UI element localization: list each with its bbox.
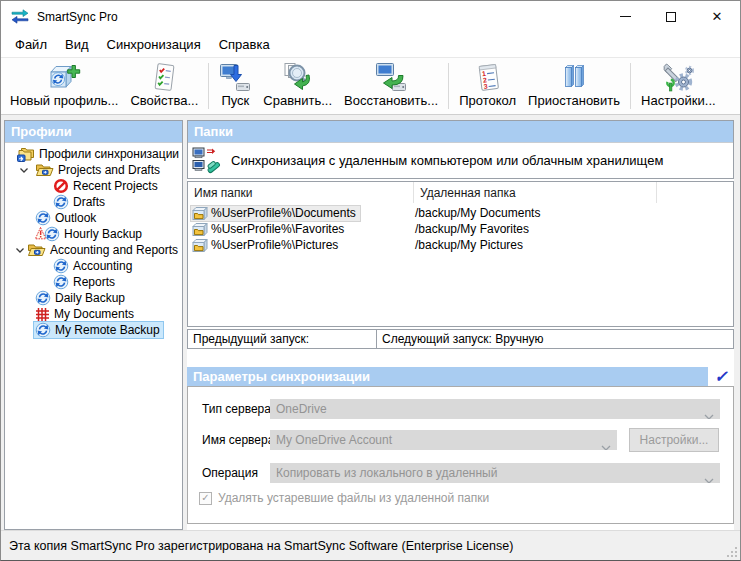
folders-table: Имя папки Удаленная папка %UserProfile%\… [187,181,734,327]
column-header-remote-folder[interactable]: Удаленная папка [414,182,657,203]
check-icon: ✓ [708,367,734,386]
folders-panel: Папки [187,120,734,530]
tree-item-label: Daily Backup [55,291,125,305]
menu-item-sync[interactable]: Синхронизация [98,33,210,56]
chevron-down-icon [704,406,714,419]
tree-item-label: Accounting and Reports [50,243,178,257]
toolbar-button-restore[interactable]: Восстановить... [338,60,444,114]
tree-item-drafts[interactable]: Drafts [5,194,182,210]
menu-item-view[interactable]: Вид [56,33,98,56]
toolbar-button-label: Новый профиль... [10,93,118,108]
tree-item-accounting[interactable]: Accounting [5,258,182,274]
server-name-select[interactable]: My OneDrive Account [270,430,617,450]
tree-item-hourly-backup[interactable]: Hourly Backup [5,226,182,242]
local-folder-content: %UserProfile%\Documents [190,205,361,222]
close-button[interactable]: ✕ [694,1,740,32]
toolbar-button-pause[interactable]: Приостановить [522,60,626,114]
menu-item-file[interactable]: Файл [6,33,56,56]
minimize-icon [620,16,631,17]
settings-icon [662,61,694,93]
tree-item-label: My Documents [54,307,134,321]
tree-item-profiles-root[interactable]: Профили синхронизации [5,146,182,162]
folder-pair-icon [192,222,208,237]
tree-item-daily-backup[interactable]: Daily Backup [5,290,182,306]
toolbar-button-label: Сравнить... [263,93,332,108]
sync-params-panel: Тип сервера OneDrive Имя сервера My OneD… [187,386,734,524]
toolbar-button-log[interactable]: 123Протокол [453,60,522,114]
tree-node: Daily Backup [33,289,129,307]
tree-item-outlook[interactable]: Outlook [5,210,182,226]
tree-node: My Remote Backup [33,321,164,339]
operation-value: Копировать из локального в удаленный [276,466,497,480]
folder-pair-row[interactable]: %UserProfile%\Favorites/backup/My Favori… [188,221,733,237]
sync-params-header-label: Параметры синхронизации [187,367,708,386]
expand-chevron-icon[interactable] [15,245,25,255]
toolbar-button-settings[interactable]: Настройки... [635,60,722,114]
toolbar-separator [448,63,449,109]
properties-icon [148,61,180,93]
toolbar-group: 123ПротоколПриостановить [453,60,626,114]
tree-item-recent-projects[interactable]: Recent Projects [5,178,182,194]
server-type-select[interactable]: OneDrive [270,399,720,419]
folder-pair-row[interactable]: %UserProfile%\Pictures/backup/My Picture… [188,237,733,253]
window-title: SmartSync Pro [37,10,118,24]
tree-item-my-remote-backup[interactable]: My Remote Backup [5,322,182,338]
folders-table-header: Имя папки Удаленная папка [188,182,733,203]
chevron-down-icon [601,437,611,450]
tree-item-accounting-and-reports[interactable]: Accounting and Reports [5,242,182,258]
app-icon [11,9,29,24]
sync-type-description-text: Синхронизация с удаленным компьютером ил… [231,153,663,168]
remote-folder-path: /backup/My Pictures [414,238,733,252]
toolbar-button-label: Пуск [221,93,249,108]
operation-select[interactable]: Копировать из локального в удаленный [270,463,720,483]
folder-pair-icon [192,238,208,253]
close-icon: ✕ [712,9,723,24]
status-text: Эта копия SmartSync Pro зарегистрирована… [9,539,513,553]
tree-item-label: Hourly Backup [64,227,142,241]
toolbar-button-label: Приостановить [528,93,620,108]
sync-type-description: Синхронизация с удаленным компьютером ил… [188,142,733,178]
toolbar-button-run[interactable]: Пуск [213,60,257,114]
toolbar-button-label: Свойства... [130,93,198,108]
menu-bar: ФайлВидСинхронизацияСправка [1,32,740,57]
toolbar-group: ПускСравнить...Восстановить... [213,60,444,114]
log-icon: 123 [472,61,504,93]
toolbar: Новый профиль...Свойства...ПускСравнить.… [1,57,740,115]
toolbar-separator [208,63,209,109]
restore-icon [375,61,407,93]
toolbar-button-properties[interactable]: Свойства... [124,60,204,114]
tree-item-label: Reports [73,275,115,289]
runs-bar: Предыдущий запуск: Следующий запуск: Вру… [187,329,734,349]
sync-warning-icon [35,226,60,242]
tree-item-label: Профили синхронизации [39,147,179,161]
folder-pair-row[interactable]: %UserProfile%\Documents/backup/My Docume… [188,205,733,221]
toolbar-separator [630,63,631,109]
title-bar: SmartSync Pro ✕ [1,1,740,32]
tree-item-my-documents[interactable]: My Documents [5,306,182,322]
toolbar-group: Настройки... [635,60,722,114]
tree-item-label: Accounting [73,259,132,273]
local-folder-content: %UserProfile%\Pictures [190,237,343,254]
local-folder-path: %UserProfile%\Documents [211,206,356,220]
toolbar-button-new-profile[interactable]: Новый профиль... [4,60,124,114]
sync-icon [35,322,51,338]
tree-item-label: Outlook [55,211,96,225]
profiles-panel-header: Профили [5,121,182,142]
server-settings-button[interactable]: Настройки... [629,428,719,452]
remote-folder-path: /backup/My Favorites [414,222,733,236]
minimize-button[interactable] [602,1,648,32]
toolbar-button-compare[interactable]: Сравнить... [257,60,338,114]
tree-item-label: Drafts [73,195,105,209]
column-header-local-folder[interactable]: Имя папки [188,182,414,203]
menu-item-help[interactable]: Справка [210,33,279,56]
maximize-button[interactable] [648,1,694,32]
tree-item-reports[interactable]: Reports [5,274,182,290]
expand-chevron-icon[interactable] [15,165,33,175]
delete-obsolete-checkbox[interactable]: ✓ [199,492,212,505]
server-type-label: Тип сервера [202,402,271,416]
tree-item-projects-and-drafts[interactable]: Projects and Drafts [5,162,182,178]
toolbar-group: Новый профиль...Свойства... [4,60,204,114]
tree-item-label: Projects and Drafts [58,163,160,177]
resize-grip-icon[interactable] [727,547,737,557]
local-folder-path: %UserProfile%\Favorites [211,222,344,236]
